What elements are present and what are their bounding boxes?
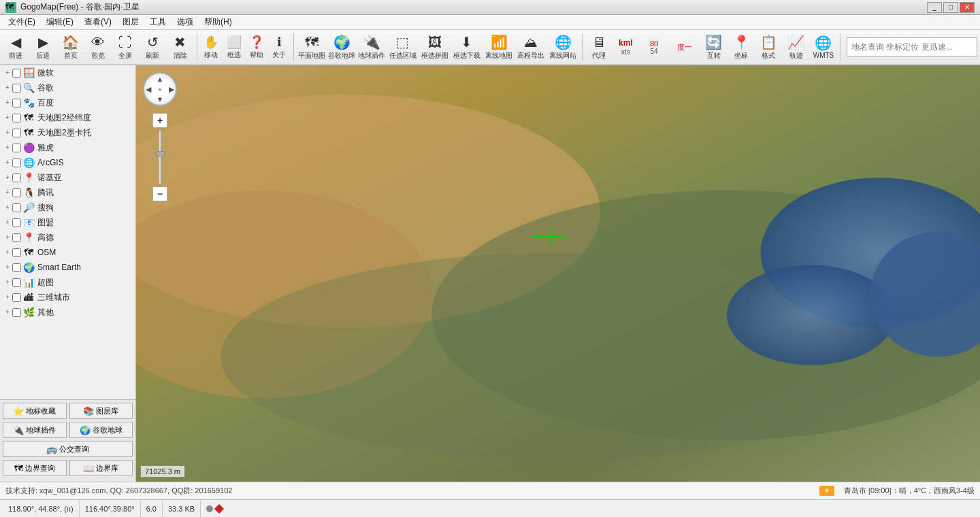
menu-tools[interactable]: 工具 <box>144 15 172 29</box>
tb-back-button[interactable]: ◀ 前进 <box>3 31 29 63</box>
checkbox-3dcity[interactable] <box>12 293 21 302</box>
checkbox-chaotu[interactable] <box>12 278 21 287</box>
tb-coord-button[interactable]: 📍 坐标 <box>728 31 754 63</box>
nav-down[interactable]: ▼ <box>157 95 164 103</box>
tb-move-button[interactable]: ✋ 移动 <box>201 31 222 63</box>
tb-track-button[interactable]: 📈 轨迹 <box>783 31 809 63</box>
checkbox-google[interactable] <box>12 84 21 93</box>
sidebar-item-chaotu[interactable]: + 📊 超图 <box>0 275 135 290</box>
coordinate-block[interactable]: 80 54 <box>639 31 668 63</box>
nav-left[interactable]: ◀ <box>146 85 151 94</box>
tb-format-button[interactable]: 📋 格式 <box>755 31 781 63</box>
menu-view[interactable]: 查看(V) <box>79 15 117 29</box>
sidebar-item-microsoft[interactable]: + 🪟 微软 <box>0 65 135 80</box>
sidebar-item-other[interactable]: + 🌿 其他 <box>0 305 135 320</box>
menu-edit[interactable]: 编辑(E) <box>41 15 79 29</box>
checkbox-osm[interactable] <box>12 248 21 257</box>
checkbox-smartearth[interactable] <box>12 263 21 272</box>
tb-earthplugin-button[interactable]: 🔌 地球插件 <box>357 31 386 63</box>
sidebar-item-gaode[interactable]: + 📍 高德 <box>0 230 135 245</box>
zoom-track[interactable] <box>159 130 161 184</box>
tb-download-button[interactable]: ⬇ 框选下载 <box>451 31 482 63</box>
checkbox-nokia[interactable] <box>12 173 21 182</box>
sidebar-item-gmail[interactable]: + 📧 图盟 <box>0 215 135 230</box>
zoom-out-button[interactable]: − <box>152 186 167 201</box>
menu-help[interactable]: 帮助(H) <box>199 15 238 29</box>
favorites-button[interactable]: ⭐ 地标收藏 <box>3 403 67 419</box>
expand-icon-gaode: + <box>3 233 12 242</box>
tb-mosaic-button[interactable]: 🖼 框选拼图 <box>419 31 450 63</box>
tb-flatmap-button[interactable]: 🗺 平面地图 <box>297 31 326 63</box>
nav-right[interactable]: ▶ <box>169 85 174 94</box>
earth-plugin-button[interactable]: 🔌 地球插件 <box>3 422 67 438</box>
minimize-button[interactable]: _ <box>927 2 942 13</box>
tb-proxy-button[interactable]: 🖥 代理 <box>586 31 612 63</box>
checkbox-other[interactable] <box>12 308 21 317</box>
tb-select-label: 框选 <box>227 50 241 60</box>
zoom-in-button[interactable]: + <box>152 113 167 128</box>
tb-select-button[interactable]: ⬜ 框选 <box>223 31 244 63</box>
tb-offline-button[interactable]: 📶 离线地图 <box>484 31 514 63</box>
bus-query-button[interactable]: 🚌 公交查询 <box>3 441 133 457</box>
maximize-button[interactable]: □ <box>943 2 958 13</box>
sidebar-item-sogou[interactable]: + 🔎 搜狗 <box>0 200 135 215</box>
checkbox-gmail[interactable] <box>12 218 21 227</box>
tb-offline-web-button[interactable]: 🌐 离线网站 <box>548 31 578 63</box>
sidebar-item-smartearth[interactable]: + 🌍 Smart Earth <box>0 260 135 275</box>
tb-convert-button[interactable]: 🔄 互转 <box>701 31 727 63</box>
tb-preview-button[interactable]: 👁 煎览 <box>85 31 111 63</box>
convert-icon: 🔄 <box>705 34 722 50</box>
checkbox-sogou[interactable] <box>12 203 21 212</box>
sidebar-item-3dcity[interactable]: + 🏙 三维城市 <box>0 290 135 305</box>
boundary-query-button[interactable]: 🗺 边界查询 <box>3 460 67 476</box>
tb-help-button[interactable]: ❓ 帮助 <box>246 31 267 63</box>
tb-about-button[interactable]: ℹ 关于 <box>269 31 290 63</box>
coords1-section: 118.90°, 44.88°, (n) <box>3 500 80 517</box>
sidebar-item-yahoo[interactable]: + 🟣 雅虎 <box>0 140 135 155</box>
checkbox-baidu[interactable] <box>12 99 21 107</box>
checkbox-microsoft[interactable] <box>12 69 21 78</box>
menu-options[interactable]: 选项 <box>172 15 199 29</box>
degree-format-block[interactable]: 度一 <box>670 31 700 63</box>
tb-fullscreen-button[interactable]: ⛶ 全屏 <box>112 31 138 63</box>
zoom-thumb[interactable] <box>156 151 165 156</box>
checkbox-arcgis[interactable] <box>12 159 21 167</box>
kml-xls-block[interactable]: kml xls <box>613 31 638 63</box>
close-button[interactable]: ✕ <box>960 2 975 13</box>
tb-googleearth-button[interactable]: 🌍 谷歌地球 <box>327 31 356 63</box>
sidebar-item-google[interactable]: + 🔍 谷歌 <box>0 80 135 95</box>
search-input[interactable] <box>847 37 977 56</box>
tb-home-button[interactable]: 🏠 首页 <box>58 31 84 63</box>
nav-up[interactable]: ▲ <box>157 75 164 83</box>
boundary-lib-button[interactable]: 📖 边界库 <box>69 460 133 476</box>
checkbox-tencent[interactable] <box>12 188 21 197</box>
tb-elevation-button[interactable]: ⛰ 高程导出 <box>516 31 546 63</box>
tb-wmts-button[interactable]: 🌐 WMTS <box>811 31 836 63</box>
sidebar-item-tianditu-lat[interactable]: + 🗺 天地图2经纬度 <box>0 110 135 125</box>
tb-forward-button[interactable]: ▶ 后退 <box>30 31 56 63</box>
sidebar-item-tencent[interactable]: + 🐧 腾讯 <box>0 185 135 200</box>
sidebar-btn-row-1: ⭐ 地标收藏 📚 图层库 <box>3 403 133 419</box>
sidebar-item-osm[interactable]: + 🗺 OSM <box>0 245 135 260</box>
menu-layer[interactable]: 图层 <box>117 15 144 29</box>
coord-icon: 📍 <box>733 34 750 50</box>
map-canvas[interactable]: ▲ ▼ ◀ ▶ ● + − 71 <box>136 65 980 482</box>
checkbox-tianditu-mercator[interactable] <box>12 129 21 137</box>
checkbox-tianditu-lat[interactable] <box>12 114 21 122</box>
checkbox-yahoo[interactable] <box>12 144 21 152</box>
tb-clear-button[interactable]: ✖ 清除 <box>167 31 193 63</box>
sidebar-item-arcgis[interactable]: + 🌐 ArcGIS <box>0 155 135 170</box>
navigation-control[interactable]: ▲ ▼ ◀ ▶ ● + − <box>143 72 177 201</box>
sidebar-item-baidu[interactable]: + 🐾 百度 <box>0 95 135 110</box>
tb-refresh-button[interactable]: ↺ 刷新 <box>140 31 165 63</box>
checkbox-gaode[interactable] <box>12 233 21 242</box>
tb-format-label: 格式 <box>762 51 775 61</box>
tb-region-button[interactable]: ⬚ 任选区域 <box>387 31 418 63</box>
google-earth-button[interactable]: 🌍 谷歌地球 <box>69 422 133 438</box>
layer-lib-button[interactable]: 📚 图层库 <box>69 403 133 419</box>
map-area[interactable]: ▲ ▼ ◀ ▶ ● + − 71 <box>136 65 980 482</box>
menu-file[interactable]: 文件(E) <box>3 15 41 29</box>
kml-label: kml <box>619 38 633 48</box>
sidebar-item-tianditu-mercator[interactable]: + 🗺 天地图2墨卡托 <box>0 125 135 140</box>
sidebar-item-nokia[interactable]: + 📍 诺基亚 <box>0 170 135 185</box>
